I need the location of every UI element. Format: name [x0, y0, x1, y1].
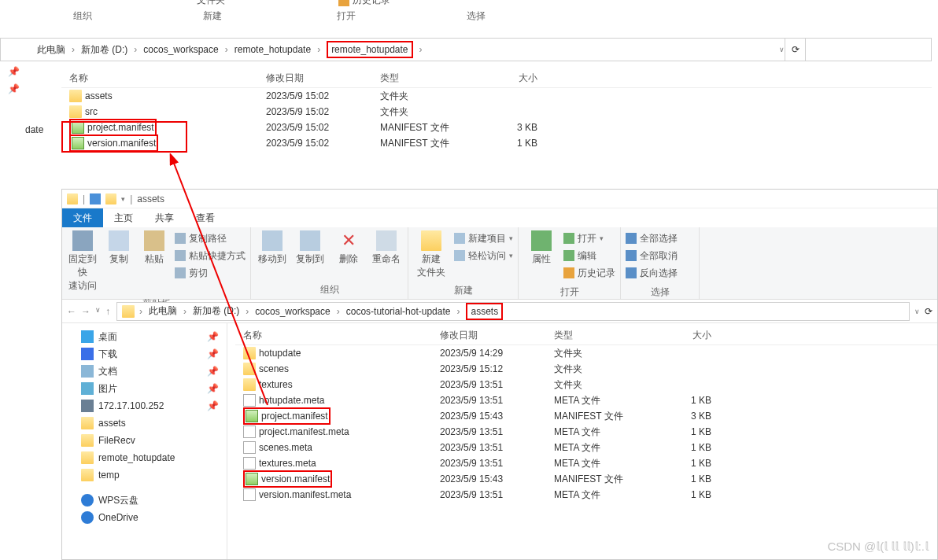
sidebar-icon [81, 434, 94, 447]
table-row[interactable]: scenes.meta2023/5/9 13:51META 文件1 KB [235, 440, 937, 455]
file-name: hotupdate [259, 348, 301, 359]
table-row[interactable]: version.manifest.meta2023/5/9 13:51META … [235, 487, 937, 503]
table-row[interactable]: project.manifest2023/5/9 15:43MANIFEST 文… [235, 408, 937, 424]
chevron-right-icon: › [244, 306, 250, 317]
col-date[interactable]: 修改日期 [440, 329, 554, 342]
rename-button[interactable]: 重命名 [370, 230, 403, 266]
col-name[interactable]: 名称 [235, 329, 440, 342]
sidebar-item[interactable]: 图片📌 [62, 380, 227, 397]
col-date[interactable]: 修改日期 [266, 72, 380, 85]
group-open: 打开 [519, 284, 620, 301]
sidebar-item[interactable]: WPS云盘 [62, 492, 227, 509]
sidebar-item[interactable]: assets [62, 414, 227, 432]
breadcrumb-segment[interactable]: cocos_workspace [250, 306, 334, 317]
sidebar-item[interactable]: remote_hotupdate [62, 449, 227, 466]
nav-forward[interactable]: → [81, 306, 90, 317]
breadcrumb-segment[interactable]: 新加卷 (D:) [188, 304, 244, 318]
folder-icon [243, 347, 256, 359]
table-row[interactable]: hotupdate.meta2023/5/9 13:51META 文件1 KB [235, 392, 937, 408]
checkbox-icon[interactable] [90, 193, 101, 204]
chevron-right-icon: › [182, 306, 188, 317]
tab-share[interactable]: 共享 [144, 208, 185, 227]
edit-button[interactable]: 编辑 [563, 248, 615, 263]
breadcrumb-bar: 此电脑›新加卷 (D:)›cocos_workspace›remote_hotu… [0, 38, 932, 61]
breadcrumb-segment[interactable]: remote_hotupdate [230, 39, 316, 61]
table-row[interactable]: version.manifest2023/5/9 15:02MANIFEST 文… [61, 135, 932, 151]
sidebar-item[interactable]: OneDrive [62, 509, 227, 526]
breadcrumb-segment[interactable]: cocos-tutorial-hot-update [342, 306, 456, 317]
table-row[interactable]: textures2023/5/9 13:51文件夹 [235, 377, 937, 392]
pin-to-quick-access[interactable]: 固定到快 速访问 [67, 230, 98, 293]
sidebar-item[interactable]: 下载📌 [62, 345, 227, 363]
col-name[interactable]: 名称 [61, 72, 266, 85]
breadcrumb-segment[interactable]: 此电脑 [32, 39, 70, 61]
copy-button[interactable]: 复制 [103, 230, 135, 266]
manifest-icon [246, 410, 258, 422]
search-input[interactable] [805, 39, 931, 61]
breadcrumb-segment[interactable]: cocos_workspace [138, 39, 223, 61]
nav-up[interactable]: ↑ [105, 306, 110, 317]
file-name: hotupdate.meta [259, 395, 324, 406]
nav-history[interactable]: ∨ [95, 306, 101, 317]
table-row[interactable]: project.manifest2023/5/9 15:02MANIFEST 文… [61, 120, 932, 135]
copy-to[interactable]: 复制到 [294, 230, 327, 266]
new-item[interactable]: 新建项目▾ [454, 230, 513, 246]
cut-button[interactable]: 剪切 [175, 265, 246, 281]
chevron-right-icon: › [418, 44, 424, 55]
table-row[interactable]: hotupdate2023/5/9 14:29文件夹 [235, 345, 937, 361]
history-label: 历史记录 [353, 0, 390, 7]
chevron-right-icon: › [70, 44, 76, 55]
table-row[interactable]: src2023/5/9 15:02文件夹 [61, 104, 932, 120]
bc-dropdown[interactable]: ∨ [914, 308, 920, 315]
folder-icon [69, 105, 82, 118]
select-none[interactable]: 全部取消 [626, 248, 678, 263]
move-to[interactable]: 移动到 [256, 230, 289, 266]
paste-shortcut[interactable]: 粘贴快捷方式 [175, 248, 246, 263]
table-row[interactable]: textures.meta2023/5/9 13:51META 文件1 KB [235, 455, 937, 471]
tab-view[interactable]: 查看 [185, 208, 226, 227]
invert-select[interactable]: 反向选择 [626, 265, 678, 281]
sidebar-item[interactable]: 文档📌 [62, 363, 227, 380]
open-button[interactable]: 打开▾ [563, 230, 615, 246]
sidebar-icon [81, 330, 94, 343]
title-path: assets [137, 193, 164, 204]
folder-icon [243, 363, 256, 375]
list-header: 名称 修改日期 类型 大小 [235, 326, 937, 345]
file-name: textures.meta [259, 458, 316, 469]
col-size[interactable]: 大小 [475, 72, 537, 85]
file-name: scenes [259, 363, 289, 374]
col-size[interactable]: 大小 [648, 329, 711, 342]
breadcrumb-segment[interactable]: 此电脑 [144, 304, 182, 318]
col-type[interactable]: 类型 [554, 329, 648, 342]
copy-path[interactable]: 复制路径 [175, 230, 246, 246]
refresh-button[interactable]: ⟳ [925, 306, 932, 317]
new-folder[interactable]: 新建 文件夹 [413, 230, 449, 279]
breadcrumb-segment[interactable]: remote_hotupdate [322, 39, 417, 61]
folder-icon [243, 378, 256, 391]
table-row[interactable]: version.manifest2023/5/9 15:43MANIFEST 文… [235, 471, 937, 487]
history-button[interactable]: 历史记录 [563, 265, 615, 281]
manifest-icon [246, 473, 258, 485]
properties-button[interactable]: 属性 [523, 230, 559, 266]
breadcrumb-segment[interactable]: 新加卷 (D:) [76, 39, 132, 61]
easy-access[interactable]: 轻松访问▾ [454, 248, 513, 263]
delete-button[interactable]: ✕删除 [332, 230, 365, 266]
sidebar-item[interactable]: 172.17.100.252📌 [62, 397, 227, 414]
sidebar-item[interactable]: temp [62, 466, 227, 484]
breadcrumb-segment[interactable]: assets [461, 303, 508, 320]
col-type[interactable]: 类型 [380, 72, 475, 85]
nav-back[interactable]: ← [67, 306, 76, 317]
table-row[interactable]: assets2023/5/9 15:02文件夹 [61, 88, 932, 104]
refresh-button[interactable]: ⟳ [785, 39, 805, 61]
table-row[interactable]: project.manifest.meta2023/5/9 13:51META … [235, 424, 937, 440]
table-row[interactable]: scenes2023/5/9 15:12文件夹 [235, 361, 937, 377]
paste-button[interactable]: 粘贴 [138, 230, 170, 266]
select-all[interactable]: 全部选择 [626, 230, 678, 246]
chevron-right-icon: › [455, 306, 461, 317]
sidebar-item[interactable]: 桌面📌 [62, 328, 227, 345]
tab-file[interactable]: 文件 [62, 208, 103, 227]
bc-dropdown[interactable]: ∨ [779, 46, 785, 53]
file-icon [243, 457, 256, 470]
sidebar-item[interactable]: FileRecv [62, 432, 227, 449]
tab-home[interactable]: 主页 [103, 208, 144, 227]
